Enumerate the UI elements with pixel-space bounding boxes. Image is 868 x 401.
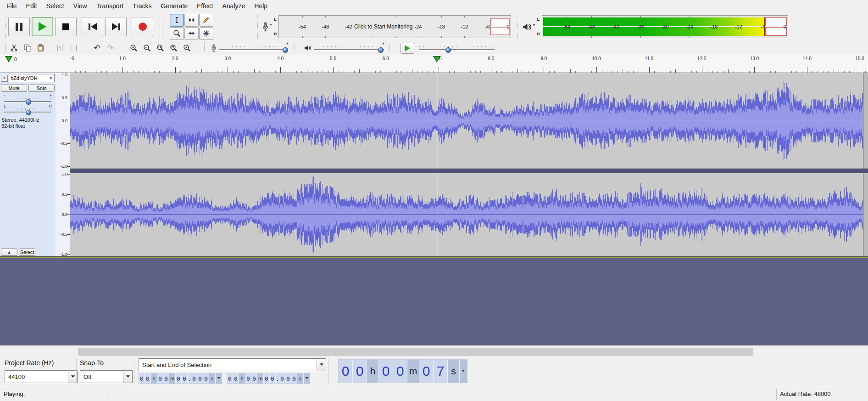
time-digit[interactable]: 0: [251, 373, 257, 384]
time-digit[interactable]: 0: [227, 373, 233, 384]
envelope-tool-button[interactable]: [184, 14, 199, 27]
playback-meter-grabber[interactable]: [517, 15, 520, 39]
recording-volume-slider[interactable]: - +: [219, 44, 288, 53]
playback-meter-icon-button[interactable]: ▼: [522, 23, 535, 31]
silence-audio-button[interactable]: [67, 42, 80, 54]
time-digit[interactable]: 0: [233, 373, 239, 384]
horizontal-scrollbar-thumb[interactable]: [78, 348, 753, 356]
dropdown-arrow-icon[interactable]: [216, 373, 222, 384]
menu-transport[interactable]: Transport: [92, 1, 128, 11]
slider-thumb[interactable]: [378, 47, 384, 53]
pause-button[interactable]: [8, 17, 30, 36]
paste-button[interactable]: [34, 42, 47, 54]
time-digit[interactable]: 0: [197, 373, 203, 384]
slider-thumb[interactable]: [283, 47, 288, 53]
zoom-in-button[interactable]: [128, 42, 140, 54]
dropdown-arrow-icon[interactable]: [460, 360, 467, 383]
time-digit[interactable]: 7: [434, 360, 447, 383]
redo-button[interactable]: ↷: [104, 42, 117, 54]
timeline-ruler[interactable]: 0 0.01.02.03.04.05.06.07.08.09.010.011.0…: [0, 55, 868, 73]
time-digit[interactable]: 0: [285, 373, 291, 384]
play-button[interactable]: [32, 17, 53, 36]
time-digit[interactable]: 0: [182, 373, 187, 384]
time-digit[interactable]: 0: [419, 360, 433, 383]
time-digit[interactable]: 0: [279, 373, 285, 384]
time-digit[interactable]: 0: [176, 373, 181, 384]
time-digit[interactable]: 0: [157, 373, 163, 384]
time-digit[interactable]: 0: [270, 373, 275, 384]
time-digit[interactable]: .: [276, 373, 279, 384]
menu-file[interactable]: File: [2, 1, 22, 11]
time-digit[interactable]: .: [188, 373, 191, 384]
play-at-speed-grabber[interactable]: [389, 43, 392, 53]
record-button[interactable]: [132, 17, 153, 36]
transport-toolbar-grabber[interactable]: [3, 15, 6, 39]
time-unit-label[interactable]: s: [448, 360, 459, 383]
gain-slider-thumb[interactable]: [26, 99, 31, 105]
menu-analyze[interactable]: Analyze: [218, 1, 250, 11]
waveform-view[interactable]: [70, 73, 868, 257]
waveform-channel-right[interactable]: [70, 172, 868, 257]
undo-button[interactable]: ↶: [91, 42, 103, 54]
selection-end-field[interactable]: 00h00m00.000s: [227, 373, 310, 384]
playhead-marker-icon[interactable]: [433, 56, 441, 62]
time-digit[interactable]: 0: [393, 360, 407, 383]
playback-volume-slider[interactable]: - +: [314, 44, 384, 53]
playback-meter[interactable]: -54-48-42-36-30-24-18-12-60: [542, 15, 788, 38]
zoom-tool-button[interactable]: [170, 27, 184, 40]
snap-to-select[interactable]: Off: [80, 370, 133, 383]
time-digit[interactable]: 0: [339, 360, 352, 383]
track-select-button[interactable]: Select: [19, 249, 35, 256]
menu-select[interactable]: Select: [42, 1, 69, 11]
track-menu-dropdown-icon[interactable]: ▼: [49, 76, 53, 80]
menu-generate[interactable]: Generate: [156, 1, 192, 11]
time-digit[interactable]: 0: [245, 373, 251, 384]
menu-tracks[interactable]: Tracks: [128, 1, 156, 11]
ruler-scale[interactable]: 0.01.02.03.04.05.06.07.08.09.010.011.012…: [70, 55, 868, 73]
recording-meter-icon-button[interactable]: ▼: [262, 22, 273, 32]
time-digit[interactable]: 0: [139, 373, 145, 384]
waveform-channel-left[interactable]: [70, 73, 868, 169]
playback-volume-grabber[interactable]: [295, 43, 297, 53]
menu-view[interactable]: View: [69, 1, 92, 11]
track-name-menu[interactable]: hZdIslyYDH ▼: [9, 74, 55, 82]
audio-position-display[interactable]: 00h00m07s: [338, 359, 467, 383]
menu-effect[interactable]: Effect: [192, 1, 218, 11]
dropdown-arrow-icon[interactable]: [68, 371, 77, 383]
stop-button[interactable]: [55, 17, 77, 36]
fit-project-button[interactable]: [167, 42, 180, 54]
fit-selection-button[interactable]: [154, 42, 167, 54]
time-digit[interactable]: 0: [191, 373, 197, 384]
time-unit-label[interactable]: m: [169, 373, 175, 384]
selection-start-field[interactable]: 00h00m00.000s: [139, 373, 222, 384]
skip-to-start-button[interactable]: [82, 17, 103, 36]
meter-dropdown-icon[interactable]: ▼: [269, 23, 273, 26]
monitoring-hint[interactable]: Click to Start Monitoring: [352, 23, 415, 30]
gain-slider[interactable]: - +: [4, 96, 51, 103]
time-digit[interactable]: 0: [264, 373, 269, 384]
slider-thumb[interactable]: [445, 47, 451, 53]
recording-meter[interactable]: Click to Start Monitoring -54-48-42-36-3…: [278, 15, 511, 38]
draw-tool-button[interactable]: [199, 14, 213, 27]
pan-slider[interactable]: L R: [4, 106, 51, 113]
time-digit[interactable]: 0: [379, 360, 393, 383]
time-digit[interactable]: 0: [203, 373, 209, 384]
selection-mode-select[interactable]: Start and End of Selection: [139, 358, 326, 371]
time-digit[interactable]: 0: [145, 373, 150, 384]
dropdown-arrow-icon[interactable]: [317, 359, 326, 371]
track-close-button[interactable]: ×: [1, 75, 8, 82]
menu-edit[interactable]: Edit: [22, 1, 42, 11]
time-unit-label[interactable]: s: [297, 373, 303, 384]
project-rate-select[interactable]: 44100: [5, 370, 78, 383]
time-unit-label[interactable]: h: [367, 360, 378, 383]
mute-button[interactable]: Mute: [1, 84, 27, 92]
horizontal-scrollbar[interactable]: [0, 345, 868, 357]
play-speed-slider[interactable]: [419, 44, 495, 53]
time-digit[interactable]: 0: [291, 373, 297, 384]
zoom-toggle-button[interactable]: [181, 42, 193, 54]
time-shift-tool-button[interactable]: [184, 27, 199, 40]
meter-dropdown-icon[interactable]: ▼: [532, 23, 535, 27]
copy-button[interactable]: [21, 42, 33, 54]
skip-to-end-button[interactable]: [105, 17, 127, 36]
dropdown-arrow-icon[interactable]: [304, 373, 310, 384]
